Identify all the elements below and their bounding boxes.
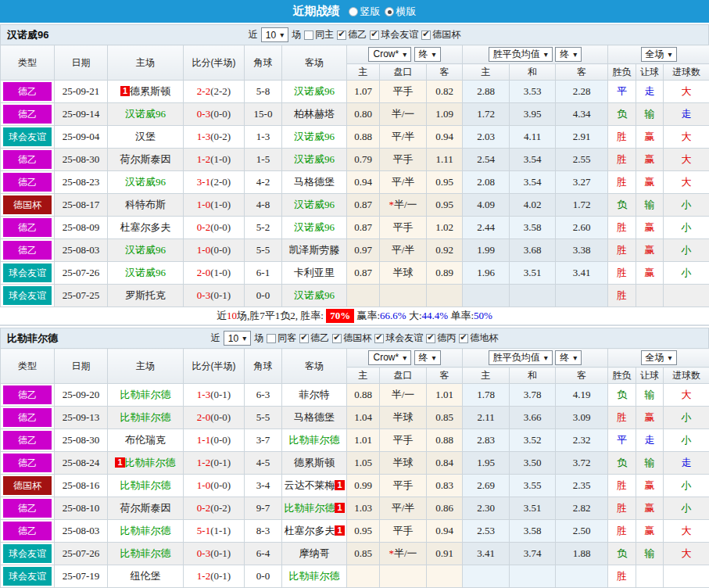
handicap-result-cell <box>636 285 664 307</box>
summary-segment: 10 <box>227 310 237 322</box>
halftime-score: (0-2) <box>210 131 231 142</box>
odds-cell: 0.94 <box>427 126 463 149</box>
avg-stage-select[interactable]: 终 <box>555 47 582 62</box>
sub-header-2: 客 <box>427 64 463 81</box>
home-team-name: 荷尔斯泰因 <box>120 502 171 514</box>
avg-odds-select[interactable]: 胜平负均值 <box>489 350 553 365</box>
handicap-cell: 半球 <box>380 452 427 475</box>
avg-stage-select[interactable]: 终 <box>555 350 582 365</box>
checkbox-checked-icon[interactable] <box>421 30 431 40</box>
odds-cell: 0.86 <box>427 497 463 520</box>
odds-stage-select[interactable]: 终 <box>414 47 441 62</box>
league-checkbox-球会友谊[interactable]: 球会友谊 <box>374 332 423 345</box>
checkbox-checked-icon[interactable] <box>374 334 384 343</box>
period-select[interactable]: 全场 <box>641 47 677 62</box>
checkbox-checked-icon[interactable] <box>332 334 342 343</box>
league-checkbox-德国杯[interactable]: 德国杯 <box>421 28 460 41</box>
checkbox-checked-icon[interactable] <box>459 334 468 343</box>
odds-value: 0.79 <box>354 153 372 165</box>
checkbox-checked-icon[interactable] <box>426 334 435 343</box>
bookmaker-select[interactable]: Crow* <box>368 350 411 365</box>
odds-value: 1.05 <box>354 457 372 468</box>
avg-odds-cell: 3.27 <box>556 171 608 194</box>
away-team: 比勒菲尔德 <box>282 429 347 452</box>
avg-group-header: 胜平负均值 终 <box>463 45 608 64</box>
avg-odds-select[interactable]: 胜平负均值 <box>489 47 553 62</box>
home-team: 1德累斯顿 <box>108 81 184 103</box>
odds-stage-select[interactable]: 终 <box>414 350 441 365</box>
away-team: 德累斯顿 <box>282 452 347 475</box>
odds-value: 0.82 <box>435 85 453 97</box>
period-select[interactable]: 全场 <box>641 350 677 365</box>
match-count-select[interactable]: 10 <box>261 27 288 42</box>
handicap-result-cell: 赢 <box>636 239 664 262</box>
result-group-header: 全场 <box>608 45 709 64</box>
bookmaker-select[interactable]: Crow* <box>368 47 411 62</box>
avg-odds-cell: 4.11 <box>510 126 556 149</box>
checkbox-icon[interactable] <box>304 30 313 40</box>
fulltime-score: 1-0 <box>197 244 210 256</box>
away-team: 卡利亚里 <box>282 262 347 285</box>
away-team-name: 马格德堡 <box>294 411 335 423</box>
match-type-cell: 德乙 <box>1 239 55 262</box>
corner-cell: 4-8 <box>245 194 282 217</box>
goals-result-cell: 小 <box>664 407 709 429</box>
halftime-score: (1-1) <box>210 525 231 536</box>
odds-value: 0.95 <box>435 199 453 210</box>
checkbox-icon[interactable] <box>267 334 276 343</box>
goals-result-cell: 走 <box>664 103 709 126</box>
goals-result-cell: 大 <box>664 149 709 171</box>
score-cell: 2-0(1-0) <box>184 262 245 285</box>
same-venue-checkbox[interactable]: 同客 <box>267 332 296 345</box>
radio-checked-icon[interactable] <box>385 7 394 16</box>
odds-cell: 1.01 <box>427 384 463 407</box>
sub-header-1: 盘口 <box>380 64 427 81</box>
away-team: 菲尔特 <box>282 384 347 407</box>
match-row: 德乙25-09-211德累斯顿2-2(2-2)5-8汉诺威961.07平手0.8… <box>1 81 709 103</box>
checkbox-checked-icon[interactable] <box>337 30 346 40</box>
radio-unchecked-icon[interactable] <box>349 7 358 16</box>
layout-radio-vertical[interactable]: 竖版 <box>349 5 381 19</box>
league-checkbox-德乙[interactable]: 德乙 <box>337 28 367 41</box>
avg-odds-cell: 2.91 <box>556 126 608 149</box>
match-date: 25-08-23 <box>55 171 108 194</box>
record-summary: 近10场,胜7平1负2, 胜率: 70% 赢率:66.6% 大:44.4% 单率… <box>0 307 709 326</box>
odds-cell: 0.87 <box>347 217 380 239</box>
match-type-cell: 德乙 <box>1 103 55 126</box>
page-title: 近期战绩 <box>293 4 340 19</box>
home-team-name: 纽伦堡 <box>131 570 161 582</box>
league-checkbox-德丙[interactable]: 德丙 <box>426 332 456 345</box>
score-cell: 1-1(0-0) <box>184 429 245 452</box>
handicap-result-cell: 走 <box>636 81 664 103</box>
odds-cell: 0.88 <box>347 126 380 149</box>
halftime-score: (1-0) <box>210 153 231 165</box>
avg-odds-cell: 2.35 <box>556 475 608 497</box>
section-header: 比勒菲尔德近10场同客德乙德国杯球会友谊德丙德地杯 <box>0 328 709 348</box>
match-count-select[interactable]: 10 <box>224 331 251 346</box>
goals-result-cell: 大 <box>664 384 709 407</box>
league-checkbox-德乙[interactable]: 德乙 <box>299 332 329 345</box>
layout-radio-horizontal[interactable]: 横版 <box>385 5 417 19</box>
red-card-badge: 1 <box>335 503 344 513</box>
avg-odds-cell: 3.95 <box>510 103 556 126</box>
handicap-value: 平/半 <box>392 176 415 188</box>
checkbox-checked-icon[interactable] <box>370 30 379 40</box>
sub-header-8: 进球数 <box>664 368 709 384</box>
sub-header-3: 主 <box>463 368 510 384</box>
score-cell: 1-0(0-0) <box>184 239 245 262</box>
same-venue-checkbox[interactable]: 同主 <box>304 28 334 41</box>
match-row: 德乙25-08-241比勒菲尔德1-2(0-1)4-5德累斯顿1.05半球0.8… <box>1 452 709 475</box>
away-team: 汉诺威96 <box>282 126 347 149</box>
league-checkbox-球会友谊[interactable]: 球会友谊 <box>370 28 418 41</box>
away-team-name: 汉诺威96 <box>294 289 335 301</box>
match-row: 德乙25-08-23汉诺威963-1(2-0)4-2马格德堡0.94平/半0.9… <box>1 171 709 194</box>
halftime-score: (0-0) <box>210 221 231 233</box>
handicap-value: 平/半 <box>392 131 415 142</box>
checkbox-checked-icon[interactable] <box>299 334 309 343</box>
league-checkbox-德地杯[interactable]: 德地杯 <box>459 332 498 345</box>
away-team-name: 凯泽斯劳滕 <box>289 244 340 256</box>
odds-cell: 1.02 <box>427 217 463 239</box>
league-checkbox-德国杯[interactable]: 德国杯 <box>332 332 371 345</box>
match-row: 德乙25-08-30布伦瑞克1-1(0-0)3-7比勒菲尔德1.01平手0.88… <box>1 429 709 452</box>
avg-odds-cell: 1.95 <box>463 452 510 475</box>
